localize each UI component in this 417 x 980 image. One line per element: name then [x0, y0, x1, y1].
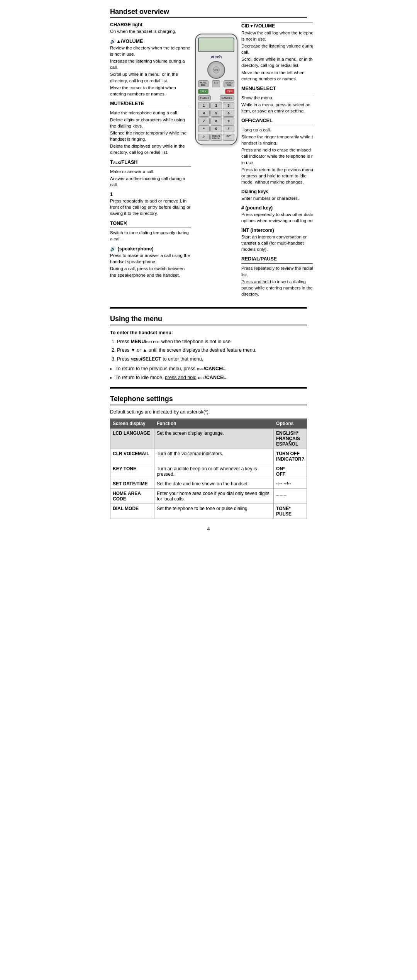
table-row: SET DATE/TIME Set the date and time show… — [110, 479, 307, 489]
overview-layout: CHARGE light On when the handset is char… — [110, 22, 307, 301]
speakerphone-title: 🔊 (speakerphone) — [110, 246, 191, 252]
page-number: 4 — [110, 526, 307, 532]
options-dial-mode: TONE*PULSE — [274, 504, 307, 519]
off-btn: OFF — [225, 89, 234, 94]
key-0: 0 — [210, 125, 222, 132]
speaker-btn: 🔊 — [198, 134, 210, 141]
table-row: LCD LANGUAGE Set the screen display lang… — [110, 429, 307, 449]
mute-delete-title: MUTE/DELETE — [110, 101, 191, 106]
volume-up-feature: 🔊▲/VOLUME Review the directory when the … — [110, 38, 191, 97]
talk-flash-feature: Talk/FLASH Make or answer a call. Answer… — [110, 160, 191, 188]
phone-brand: vtech — [198, 54, 234, 59]
display-home-area-code: HOME AREA CODE — [110, 489, 154, 504]
display-set-datetime: SET DATE/TIME — [110, 479, 154, 489]
off-cancel-feature: OFF/CANCEL Hang up a call. Silence the r… — [241, 118, 313, 185]
nav-cluster: VOL — [198, 61, 234, 79]
settings-table: Screen display Function Options LCD LANG… — [110, 419, 307, 519]
using-menu-bullets: To return to the previous menu, press of… — [110, 365, 307, 381]
key-6: 6 — [223, 110, 234, 117]
tone-title: TONE✕ — [110, 220, 191, 226]
using-menu-subtitle: To enter the handset menu: — [110, 329, 307, 337]
int-btn: INT — [223, 134, 234, 141]
phone-body: vtech VOL MUTEDEL CID MENUSEL TALK OFF — [195, 34, 237, 145]
key-star: * — [198, 125, 210, 132]
cid-btn: CID — [212, 80, 220, 87]
options-set-datetime: -:-- --/-- — [274, 479, 307, 489]
tone-feature: TONE✕ Switch to tone dialing temporarily… — [110, 220, 191, 242]
flash-btn: FLASH — [198, 95, 211, 100]
function-key-tone: Turn an audible beep on or off whenever … — [154, 464, 273, 479]
nav-center: VOL — [213, 66, 220, 73]
key-2: 2 — [210, 102, 222, 109]
one-title: 1 — [110, 192, 191, 197]
options-lcd: ENGLISH*FRANÇAISESPAÑOL — [274, 429, 307, 449]
redial-pause-feature: REDIAL/PAUSE Press repeatedly to review … — [241, 256, 313, 297]
display-clr-voicemail: CLR VOICEMAIL — [110, 449, 154, 464]
speakerphone-feature: 🔊 (speakerphone) Press to make or answer… — [110, 246, 191, 278]
phone-screen — [198, 37, 234, 52]
key-1: 1 — [198, 102, 210, 109]
bullet-2: To return to idle mode, press and hold o… — [115, 374, 307, 381]
left-column: CHARGE light On when the handset is char… — [110, 22, 191, 301]
menu-select-title: MENU/SELECT — [241, 86, 313, 91]
one-feature: 1 Press repeatedly to add or remove 1 in… — [110, 192, 191, 216]
redial-pause-title: REDIAL/PAUSE — [241, 256, 313, 262]
table-row: HOME AREA CODE Enter your home area code… — [110, 489, 307, 504]
key-7: 7 — [198, 117, 210, 124]
table-row: KEY TONE Turn an audible beep on or off … — [110, 464, 307, 479]
talk-off-buttons: TALK OFF — [198, 89, 234, 94]
bullet-1: To return to the previous menu, press of… — [115, 365, 307, 373]
display-key-tone: KEY TONE — [110, 464, 154, 479]
mute-delete-feature: MUTE/DELETE Mute the microphone during a… — [110, 101, 191, 156]
right-column: CID▼/VOLUME Review the call log when the… — [241, 22, 313, 301]
charge-desc: On when the handset is charging. — [110, 28, 191, 34]
menu-select-feature: MENU/SELECT Show the menu. While in a me… — [241, 86, 313, 114]
telephone-settings-subtitle: Default settings are indicated by an ast… — [110, 409, 307, 415]
display-dial-mode: DIAL MODE — [110, 504, 154, 519]
options-clr-voicemail: TURN OFFINDICATOR? — [274, 449, 307, 464]
using-menu-title: Using the menu — [110, 315, 307, 325]
key-pound: # — [223, 125, 234, 132]
cid-volume-title: CID▼/VOLUME — [241, 22, 313, 29]
col-function: Function — [154, 419, 273, 429]
function-dial-mode: Set the telephone to be tone or pulse di… — [154, 504, 273, 519]
key-9: 9 — [223, 117, 234, 124]
function-clr-voicemail: Turn off the voicemail indicators. — [154, 449, 273, 464]
bottom-row: 🔊 REDIALPAUSE INT — [198, 134, 234, 141]
using-menu-section: Using the menu To enter the handset menu… — [110, 315, 307, 381]
options-key-tone: ON*OFF — [274, 464, 307, 479]
nav-ring: VOL — [207, 61, 225, 79]
table-row: CLR VOICEMAIL Turn off the voicemail ind… — [110, 449, 307, 464]
function-lcd: Set the screen display language. — [154, 429, 273, 449]
col-options: Options — [274, 419, 307, 429]
step-2: Press ▼ or ▲ until the screen displays t… — [117, 347, 307, 354]
telephone-settings-section: Telephone settings Default settings are … — [110, 395, 307, 519]
options-home-area-code: _ _ _ — [274, 489, 307, 504]
cancel-btn: CANCEL — [220, 95, 234, 100]
key-5: 5 — [210, 110, 222, 117]
mute-btn: MUTEDEL — [198, 80, 208, 87]
key-3: 3 — [223, 102, 234, 109]
flash-cancel-buttons: FLASH CANCEL — [198, 95, 234, 100]
function-home-area-code: Enter your home area code if you dial on… — [154, 489, 273, 504]
col-screen-display: Screen display — [110, 419, 154, 429]
dialing-keys-title: Dialing keys — [241, 189, 313, 194]
step-3: Press menu/SELECT to enter that menu. — [117, 356, 307, 363]
key-4: 4 — [198, 110, 210, 117]
charge-feature: CHARGE light On when the handset is char… — [110, 22, 191, 34]
key-8: 8 — [210, 117, 222, 124]
handset-overview-section: Handset overview CHARGE light On when th… — [110, 8, 307, 301]
menu-btn: MENUSEL — [224, 80, 234, 87]
charge-title: CHARGE light — [110, 22, 191, 27]
off-cancel-title: OFF/CANCEL — [241, 118, 313, 123]
pound-key-feature: # (pound key) Press repeatedly to show o… — [241, 205, 313, 224]
int-feature: INT (intercom) Start an intercom convers… — [241, 228, 313, 252]
keypad: 1 2 3 4 5 6 7 8 9 * 0 # — [198, 102, 234, 132]
using-menu-steps: Press MENU/select when the telephone is … — [110, 338, 307, 363]
function-set-datetime: Set the date and time shown on the hands… — [154, 479, 273, 489]
telephone-settings-title: Telephone settings — [110, 395, 307, 405]
phone-illustration: vtech VOL MUTEDEL CID MENUSEL TALK OFF — [195, 22, 237, 301]
talk-btn: TALK — [198, 89, 208, 94]
volume-up-title: 🔊▲/VOLUME — [110, 38, 191, 44]
redial-btn: REDIALPAUSE — [210, 134, 222, 141]
